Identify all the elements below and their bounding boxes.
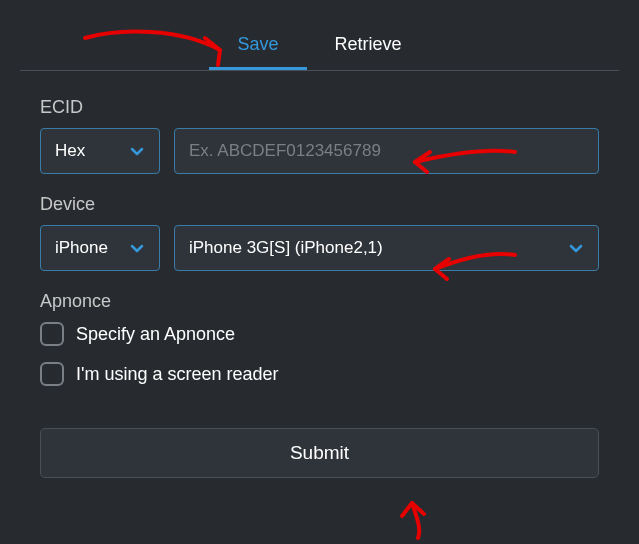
annotation-arrow bbox=[390, 498, 440, 544]
form: ECID Hex Ex. ABCDEF0123456789 Device iPh… bbox=[0, 71, 639, 498]
screen-reader-checkbox[interactable] bbox=[40, 362, 64, 386]
device-brand-select[interactable]: iPhone bbox=[40, 225, 160, 271]
device-model-select[interactable]: iPhone 3G[S] (iPhone2,1) bbox=[174, 225, 599, 271]
tab-bar: Save Retrieve bbox=[20, 20, 619, 71]
device-brand-value: iPhone bbox=[55, 238, 108, 258]
screen-reader-checkbox-label: I'm using a screen reader bbox=[76, 364, 279, 385]
apnonce-checkbox[interactable] bbox=[40, 322, 64, 346]
chevron-down-icon bbox=[129, 143, 145, 159]
ecid-format-value: Hex bbox=[55, 141, 85, 161]
ecid-input[interactable]: Ex. ABCDEF0123456789 bbox=[174, 128, 599, 174]
ecid-placeholder: Ex. ABCDEF0123456789 bbox=[189, 141, 381, 161]
chevron-down-icon bbox=[568, 240, 584, 256]
apnonce-label: Apnonce bbox=[40, 291, 599, 312]
ecid-format-select[interactable]: Hex bbox=[40, 128, 160, 174]
device-model-value: iPhone 3G[S] (iPhone2,1) bbox=[189, 238, 383, 258]
device-label: Device bbox=[40, 194, 599, 215]
tab-save[interactable]: Save bbox=[209, 20, 306, 70]
chevron-down-icon bbox=[129, 240, 145, 256]
apnonce-checkbox-label: Specify an Apnonce bbox=[76, 324, 235, 345]
tab-retrieve[interactable]: Retrieve bbox=[307, 20, 430, 70]
ecid-label: ECID bbox=[40, 97, 599, 118]
submit-button[interactable]: Submit bbox=[40, 428, 599, 478]
